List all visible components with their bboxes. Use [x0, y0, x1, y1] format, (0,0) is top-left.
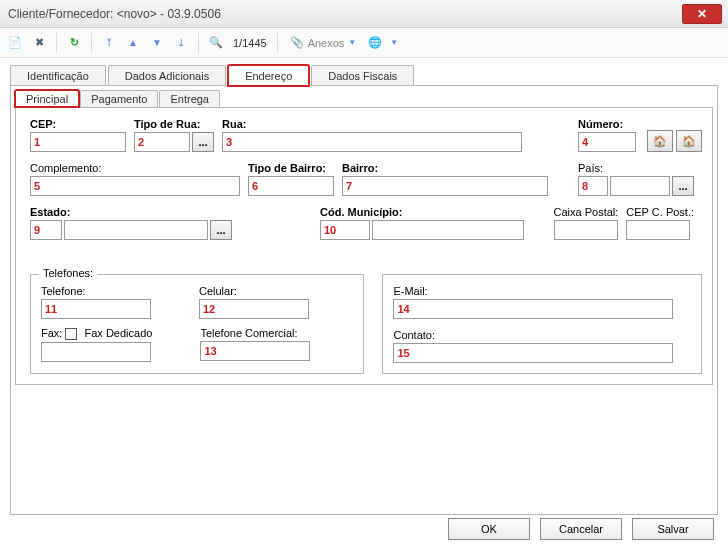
- caixa-postal-label: Caixa Postal:: [554, 206, 619, 218]
- house-arrow-icon: 🏠: [682, 135, 696, 148]
- municipio-name-input[interactable]: [372, 220, 524, 240]
- tab-identificacao[interactable]: Identificação: [10, 65, 106, 86]
- cep-c-post-input[interactable]: [626, 220, 690, 240]
- bairro-input[interactable]: [342, 176, 548, 196]
- pais-label: País:: [578, 162, 694, 174]
- chevron-down-icon[interactable]: ▼: [390, 38, 398, 47]
- close-button[interactable]: ✕: [682, 4, 722, 24]
- estado-lookup-button[interactable]: ...: [210, 220, 232, 240]
- bairro-label: Bairro:: [342, 162, 570, 174]
- search-icon[interactable]: 🔍: [207, 34, 225, 52]
- ok-button[interactable]: OK: [448, 518, 530, 540]
- telefones-legend: Telefones:: [39, 267, 97, 279]
- toolbar-separator: [56, 33, 57, 53]
- telefone-label: Telefone:: [41, 285, 151, 297]
- tipo-bairro-label: Tipo de Bairro:: [248, 162, 334, 174]
- fax-text: Fax:: [41, 327, 62, 339]
- nav-first-icon[interactable]: ⤒: [100, 34, 118, 52]
- house-arrow-icon: 🏠: [653, 135, 667, 148]
- endereco-principal-panel: CEP: Tipo de Rua: ... Rua: Número:: [15, 107, 713, 385]
- attachments-label: Anexos: [308, 37, 345, 49]
- numero-label: Número:: [578, 118, 636, 130]
- toolbar: 📄 ✖ ↻ ⤒ ▲ ▼ ⤓ 🔍 1/1445 📎 Anexos ▼ 🌐 ▼: [0, 28, 728, 58]
- celular-label: Celular:: [199, 285, 309, 297]
- caixa-postal-input[interactable]: [554, 220, 618, 240]
- nav-last-icon[interactable]: ⤓: [172, 34, 190, 52]
- refresh-icon[interactable]: ↻: [65, 34, 83, 52]
- cep-c-post-label: CEP C. Post.:: [626, 206, 694, 218]
- dialog-buttons: OK Cancelar Salvar: [448, 518, 714, 540]
- subtab-entrega[interactable]: Entrega: [159, 90, 220, 107]
- telefone-comercial-input[interactable]: [200, 341, 310, 361]
- subtab-pagamento[interactable]: Pagamento: [80, 90, 158, 107]
- toolbar-separator: [198, 33, 199, 53]
- fax-dedicado-checkbox[interactable]: [65, 328, 77, 340]
- contato-label: Contato:: [393, 329, 683, 341]
- tipo-rua-label: Tipo de Rua:: [134, 118, 214, 130]
- toolbar-separator: [91, 33, 92, 53]
- delete-icon[interactable]: ✖: [30, 34, 48, 52]
- subtab-principal[interactable]: Principal: [15, 90, 79, 107]
- complemento-label: Complemento:: [30, 162, 240, 174]
- pais-code-input[interactable]: [578, 176, 608, 196]
- window-title: Cliente/Fornecedor: <novo> - 03.9.0506: [8, 7, 682, 21]
- tab-dados-fiscais[interactable]: Dados Fiscais: [311, 65, 414, 86]
- salvar-button[interactable]: Salvar: [632, 518, 714, 540]
- tipo-rua-input[interactable]: [134, 132, 190, 152]
- globe-icon[interactable]: 🌐: [366, 34, 384, 52]
- estado-code-input[interactable]: [30, 220, 62, 240]
- cep-input[interactable]: [30, 132, 126, 152]
- nav-next-icon[interactable]: ▼: [148, 34, 166, 52]
- tab-endereco[interactable]: Endereço: [228, 65, 309, 86]
- estado-label: Estado:: [30, 206, 232, 218]
- email-input[interactable]: [393, 299, 673, 319]
- sub-tabs: Principal Pagamento Entrega: [15, 90, 713, 107]
- fax-input[interactable]: [41, 342, 151, 362]
- fax-dedicado-label: Fax Dedicado: [85, 327, 153, 339]
- nav-prev-icon[interactable]: ▲: [124, 34, 142, 52]
- email-label: E-Mail:: [393, 285, 683, 297]
- record-counter: 1/1445: [231, 37, 269, 49]
- house-orange-button[interactable]: 🏠: [647, 130, 673, 152]
- close-icon: ✕: [697, 7, 707, 21]
- new-doc-icon[interactable]: 📄: [6, 34, 24, 52]
- pais-name-input[interactable]: [610, 176, 670, 196]
- cod-municipio-label: Cód. Município:: [320, 206, 524, 218]
- chevron-down-icon: ▼: [348, 38, 356, 47]
- tab-dados-adicionais[interactable]: Dados Adicionais: [108, 65, 226, 86]
- titlebar: Cliente/Fornecedor: <novo> - 03.9.0506 ✕: [0, 0, 728, 28]
- numero-input[interactable]: [578, 132, 636, 152]
- attachments-dropdown[interactable]: 📎 Anexos ▼: [286, 36, 361, 49]
- attach-icon: 📎: [290, 36, 304, 49]
- tipo-rua-lookup-button[interactable]: ...: [192, 132, 214, 152]
- estado-name-input[interactable]: [64, 220, 208, 240]
- complemento-input[interactable]: [30, 176, 240, 196]
- main-tabs: Identificação Dados Adicionais Endereço …: [10, 65, 718, 86]
- rua-label: Rua:: [222, 118, 570, 130]
- toolbar-separator: [277, 33, 278, 53]
- cod-municipio-input[interactable]: [320, 220, 370, 240]
- cancelar-button[interactable]: Cancelar: [540, 518, 622, 540]
- fax-label: Fax: Fax Dedicado: [41, 327, 152, 340]
- contato-input[interactable]: [393, 343, 673, 363]
- cep-label: CEP:: [30, 118, 126, 130]
- telefone-comercial-label: Telefone Comercial:: [200, 327, 310, 339]
- celular-input[interactable]: [199, 299, 309, 319]
- pais-lookup-button[interactable]: ...: [672, 176, 694, 196]
- house-blue-button[interactable]: 🏠: [676, 130, 702, 152]
- rua-input[interactable]: [222, 132, 522, 152]
- tipo-bairro-input[interactable]: [248, 176, 334, 196]
- main-panel: Principal Pagamento Entrega CEP: Tipo de…: [10, 85, 718, 515]
- main-content: Identificação Dados Adicionais Endereço …: [0, 58, 728, 515]
- telefone-input[interactable]: [41, 299, 151, 319]
